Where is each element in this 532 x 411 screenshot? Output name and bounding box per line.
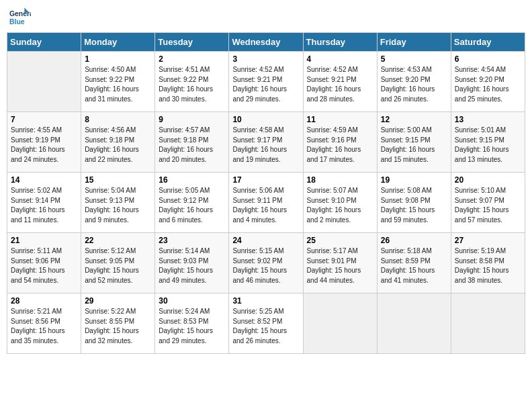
calendar-day-cell (377, 293, 451, 354)
day-info: Sunrise: 5:04 AM Sunset: 9:13 PM Dayligh… (85, 186, 151, 225)
calendar-day-cell: 25Sunrise: 5:17 AM Sunset: 9:01 PM Dayli… (303, 233, 377, 293)
logo: General Blue (9, 7, 32, 28)
svg-text:Blue: Blue (9, 18, 25, 26)
logo-icon: General Blue (9, 7, 31, 28)
day-number: 23 (159, 236, 225, 245)
day-info: Sunrise: 5:00 AM Sunset: 9:15 PM Dayligh… (381, 126, 447, 165)
day-info: Sunrise: 5:08 AM Sunset: 9:08 PM Dayligh… (381, 186, 447, 225)
day-info: Sunrise: 5:06 AM Sunset: 9:11 PM Dayligh… (232, 186, 299, 225)
day-number: 8 (85, 115, 151, 124)
day-info: Sunrise: 5:05 AM Sunset: 9:12 PM Dayligh… (159, 186, 225, 225)
calendar-table: SundayMondayTuesdayWednesdayThursdayFrid… (7, 32, 525, 354)
calendar-day-cell: 12Sunrise: 5:00 AM Sunset: 9:15 PM Dayli… (377, 112, 451, 173)
day-number: 27 (455, 236, 521, 245)
day-info: Sunrise: 4:50 AM Sunset: 9:22 PM Dayligh… (85, 65, 151, 104)
weekday-header-cell: Saturday (451, 33, 525, 52)
calendar-day-cell: 10Sunrise: 4:58 AM Sunset: 9:17 PM Dayli… (229, 112, 303, 173)
calendar-day-cell (7, 52, 81, 112)
day-number: 12 (381, 115, 447, 124)
calendar-day-cell: 5Sunrise: 4:53 AM Sunset: 9:20 PM Daylig… (377, 52, 451, 112)
calendar-day-cell (303, 293, 377, 354)
calendar-day-cell: 23Sunrise: 5:14 AM Sunset: 9:03 PM Dayli… (155, 233, 229, 293)
day-info: Sunrise: 5:11 AM Sunset: 9:06 PM Dayligh… (11, 246, 77, 285)
day-info: Sunrise: 4:55 AM Sunset: 9:19 PM Dayligh… (11, 126, 77, 165)
calendar-day-cell: 13Sunrise: 5:01 AM Sunset: 9:15 PM Dayli… (451, 112, 525, 173)
calendar-day-cell: 3Sunrise: 4:52 AM Sunset: 9:21 PM Daylig… (229, 52, 303, 112)
calendar-day-cell: 24Sunrise: 5:15 AM Sunset: 9:02 PM Dayli… (229, 233, 303, 293)
day-info: Sunrise: 5:22 AM Sunset: 8:55 PM Dayligh… (85, 307, 151, 346)
weekday-header-cell: Sunday (7, 33, 81, 52)
day-number: 7 (11, 115, 77, 124)
day-info: Sunrise: 5:02 AM Sunset: 9:14 PM Dayligh… (11, 186, 77, 225)
calendar-week-row: 7Sunrise: 4:55 AM Sunset: 9:19 PM Daylig… (7, 112, 525, 173)
calendar-day-cell: 11Sunrise: 4:59 AM Sunset: 9:16 PM Dayli… (303, 112, 377, 173)
calendar-day-cell: 27Sunrise: 5:19 AM Sunset: 8:58 PM Dayli… (451, 233, 525, 293)
day-info: Sunrise: 5:10 AM Sunset: 9:07 PM Dayligh… (455, 186, 521, 225)
day-info: Sunrise: 5:24 AM Sunset: 8:53 PM Dayligh… (159, 307, 225, 346)
calendar-week-row: 14Sunrise: 5:02 AM Sunset: 9:14 PM Dayli… (7, 173, 525, 233)
calendar-day-cell: 17Sunrise: 5:06 AM Sunset: 9:11 PM Dayli… (229, 173, 303, 233)
day-number: 9 (159, 115, 225, 124)
page-header: General Blue (7, 7, 525, 28)
weekday-header-cell: Tuesday (155, 33, 229, 52)
calendar-day-cell: 2Sunrise: 4:51 AM Sunset: 9:22 PM Daylig… (155, 52, 229, 112)
day-number: 17 (232, 175, 299, 185)
day-number: 10 (232, 115, 299, 124)
calendar-day-cell: 26Sunrise: 5:18 AM Sunset: 8:59 PM Dayli… (377, 233, 451, 293)
calendar-day-cell: 7Sunrise: 4:55 AM Sunset: 9:19 PM Daylig… (7, 112, 81, 173)
day-info: Sunrise: 4:54 AM Sunset: 9:20 PM Dayligh… (455, 65, 521, 104)
day-info: Sunrise: 5:19 AM Sunset: 8:58 PM Dayligh… (455, 246, 521, 285)
calendar-week-row: 1Sunrise: 4:50 AM Sunset: 9:22 PM Daylig… (7, 52, 525, 112)
calendar-day-cell: 15Sunrise: 5:04 AM Sunset: 9:13 PM Dayli… (81, 173, 155, 233)
calendar-day-cell: 31Sunrise: 5:25 AM Sunset: 8:52 PM Dayli… (229, 293, 303, 354)
day-number: 1 (85, 54, 151, 64)
day-info: Sunrise: 4:52 AM Sunset: 9:21 PM Dayligh… (232, 65, 299, 104)
calendar-day-cell: 18Sunrise: 5:07 AM Sunset: 9:10 PM Dayli… (303, 173, 377, 233)
day-number: 25 (307, 236, 373, 245)
calendar-day-cell: 20Sunrise: 5:10 AM Sunset: 9:07 PM Dayli… (451, 173, 525, 233)
day-info: Sunrise: 5:25 AM Sunset: 8:52 PM Dayligh… (232, 307, 299, 346)
calendar-day-cell: 19Sunrise: 5:08 AM Sunset: 9:08 PM Dayli… (377, 173, 451, 233)
day-number: 4 (307, 54, 373, 64)
day-number: 5 (381, 54, 447, 64)
calendar-day-cell (451, 293, 525, 354)
day-number: 26 (381, 236, 447, 245)
day-number: 15 (85, 175, 151, 185)
day-info: Sunrise: 5:18 AM Sunset: 8:59 PM Dayligh… (381, 246, 447, 285)
weekday-header-cell: Wednesday (229, 33, 303, 52)
weekday-header-cell: Thursday (303, 33, 377, 52)
day-info: Sunrise: 5:07 AM Sunset: 9:10 PM Dayligh… (307, 186, 373, 225)
day-number: 11 (307, 115, 373, 124)
calendar-day-cell: 8Sunrise: 4:56 AM Sunset: 9:18 PM Daylig… (81, 112, 155, 173)
day-number: 16 (159, 175, 225, 185)
calendar-day-cell: 4Sunrise: 4:52 AM Sunset: 9:21 PM Daylig… (303, 52, 377, 112)
day-number: 14 (11, 175, 77, 185)
day-number: 21 (11, 236, 77, 245)
day-info: Sunrise: 4:56 AM Sunset: 9:18 PM Dayligh… (85, 126, 151, 165)
day-info: Sunrise: 4:53 AM Sunset: 9:20 PM Dayligh… (381, 65, 447, 104)
calendar-body: 1Sunrise: 4:50 AM Sunset: 9:22 PM Daylig… (7, 52, 525, 354)
day-number: 3 (232, 54, 299, 64)
calendar-day-cell: 22Sunrise: 5:12 AM Sunset: 9:05 PM Dayli… (81, 233, 155, 293)
day-number: 2 (159, 54, 225, 64)
day-number: 18 (307, 175, 373, 185)
calendar-day-cell: 28Sunrise: 5:21 AM Sunset: 8:56 PM Dayli… (7, 293, 81, 354)
day-info: Sunrise: 5:01 AM Sunset: 9:15 PM Dayligh… (455, 126, 521, 165)
calendar-week-row: 28Sunrise: 5:21 AM Sunset: 8:56 PM Dayli… (7, 293, 525, 354)
day-number: 6 (455, 54, 521, 64)
calendar-day-cell: 21Sunrise: 5:11 AM Sunset: 9:06 PM Dayli… (7, 233, 81, 293)
day-info: Sunrise: 5:12 AM Sunset: 9:05 PM Dayligh… (85, 246, 151, 285)
day-number: 29 (85, 296, 151, 306)
day-info: Sunrise: 5:15 AM Sunset: 9:02 PM Dayligh… (232, 246, 299, 285)
calendar-day-cell: 30Sunrise: 5:24 AM Sunset: 8:53 PM Dayli… (155, 293, 229, 354)
day-info: Sunrise: 4:51 AM Sunset: 9:22 PM Dayligh… (159, 65, 225, 104)
weekday-header-cell: Friday (377, 33, 451, 52)
day-info: Sunrise: 4:52 AM Sunset: 9:21 PM Dayligh… (307, 65, 373, 104)
day-number: 19 (381, 175, 447, 185)
weekday-header-row: SundayMondayTuesdayWednesdayThursdayFrid… (7, 33, 525, 52)
day-info: Sunrise: 4:59 AM Sunset: 9:16 PM Dayligh… (307, 126, 373, 165)
calendar-day-cell: 6Sunrise: 4:54 AM Sunset: 9:20 PM Daylig… (451, 52, 525, 112)
day-number: 31 (232, 296, 299, 306)
calendar-day-cell: 1Sunrise: 4:50 AM Sunset: 9:22 PM Daylig… (81, 52, 155, 112)
day-info: Sunrise: 4:57 AM Sunset: 9:18 PM Dayligh… (159, 126, 225, 165)
